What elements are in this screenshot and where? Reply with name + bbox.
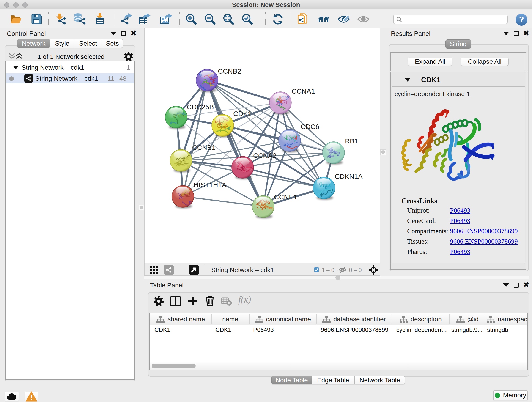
- svg-text:CDC6: CDC6: [301, 123, 319, 130]
- svg-text:CCNB2: CCNB2: [218, 67, 241, 75]
- svg-text:CCNE1: CCNE1: [274, 193, 298, 201]
- svg-text:HIST1H1A: HIST1H1A: [194, 181, 226, 189]
- svg-text:?: ?: [519, 15, 524, 24]
- svg-text:CCNA1: CCNA1: [292, 87, 315, 95]
- svg-text:CCNA2: CCNA2: [253, 152, 277, 159]
- svg-text:RB1: RB1: [345, 137, 358, 145]
- svg-text:CDKN1A: CDKN1A: [335, 172, 363, 180]
- svg-text:CDC25B: CDC25B: [187, 103, 214, 111]
- svg-text:CDK1: CDK1: [233, 110, 252, 117]
- svg-text:CCNB1: CCNB1: [192, 144, 215, 151]
